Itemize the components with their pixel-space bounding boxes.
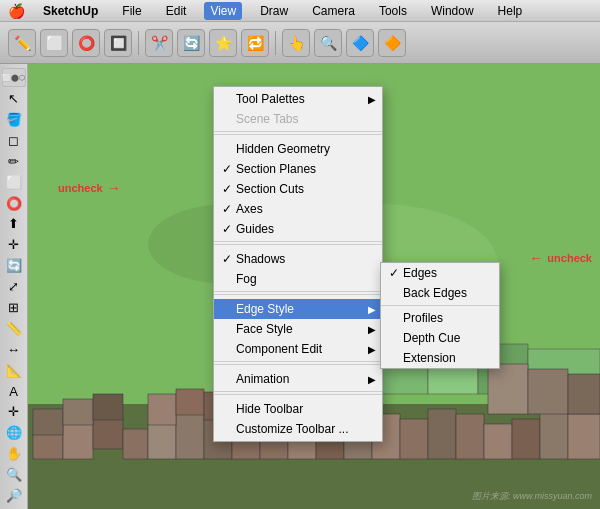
toolbar-icon-10[interactable]: 🔍: [314, 29, 342, 57]
camera-menu[interactable]: Camera: [306, 2, 361, 20]
toolbar-icon-2[interactable]: ⬜: [40, 29, 68, 57]
svg-rect-25: [456, 414, 484, 459]
svg-rect-23: [400, 419, 428, 459]
view-tool-palettes[interactable]: Tool Palettes ▶: [214, 89, 382, 109]
svg-rect-26: [484, 424, 512, 459]
lt-zoom[interactable]: 🔍: [3, 465, 25, 484]
face-style-submenu-arrow: ▶: [368, 324, 376, 335]
svg-rect-27: [512, 419, 540, 459]
main-area: ⬜⬤⬡ ↖ 🪣 ◻ ✏ ⬜ ⭕ ⬆ ✛ 🔄 ⤢ ⊞ 📏 ↔ 📐 A ✛ 🌐 ✋ …: [0, 64, 600, 509]
file-menu[interactable]: File: [116, 2, 147, 20]
view-face-style[interactable]: Face Style ▶: [214, 319, 382, 339]
toolbar-icon-8[interactable]: 🔁: [241, 29, 269, 57]
toolbar: ✏️ ⬜ ⭕ 🔲 ✂️ 🔄 ⭐ 🔁 👆 🔍 🔷 🔶: [0, 22, 600, 64]
view-section-cuts[interactable]: ✓ Section Cuts: [214, 179, 382, 199]
menu-sep-3: [214, 294, 382, 295]
uncheck-right-label: uncheck: [547, 252, 592, 264]
lt-pan[interactable]: ✋: [3, 444, 25, 463]
menu-sep-2: [214, 244, 382, 245]
lt-text[interactable]: A: [3, 382, 25, 401]
lt-paint[interactable]: 🪣: [3, 110, 25, 129]
edit-menu[interactable]: Edit: [160, 2, 193, 20]
panel-controls: ⬜⬤⬡: [2, 68, 26, 87]
lt-circle[interactable]: ⭕: [3, 194, 25, 213]
lt-pencil[interactable]: ✏: [3, 152, 25, 171]
animation-submenu-arrow: ▶: [368, 374, 376, 385]
edge-style-depth-cue[interactable]: Depth Cue: [381, 328, 499, 348]
view-section-planes[interactable]: ✓ Section Planes: [214, 159, 382, 179]
tools-menu[interactable]: Tools: [373, 2, 413, 20]
lt-orbit[interactable]: 🌐: [3, 423, 25, 442]
lt-rotate[interactable]: 🔄: [3, 256, 25, 275]
view-hide-toolbar[interactable]: Hide Toolbar: [214, 399, 382, 419]
lt-rect[interactable]: ⬜: [3, 173, 25, 192]
toolbar-icon-7[interactable]: ⭐: [209, 29, 237, 57]
view-component-edit[interactable]: Component Edit ▶: [214, 339, 382, 359]
edge-style-dropdown: ✓ Edges Back Edges Profiles Depth Cue Ex…: [380, 262, 500, 369]
edge-style-extension[interactable]: Extension: [381, 348, 499, 368]
svg-rect-8: [33, 409, 63, 435]
svg-rect-38: [488, 364, 528, 414]
lt-protractor[interactable]: 📐: [3, 361, 25, 380]
lt-axis[interactable]: ✛: [3, 403, 25, 422]
lt-tape[interactable]: 📏: [3, 319, 25, 338]
toolbar-icon-12[interactable]: 🔶: [378, 29, 406, 57]
view-fog[interactable]: Fog: [214, 269, 382, 289]
uncheck-left-label: uncheck: [58, 182, 103, 194]
toolbar-icon-1[interactable]: ✏️: [8, 29, 36, 57]
lt-scale[interactable]: ⤢: [3, 277, 25, 296]
comp-edit-submenu-arrow: ▶: [368, 344, 376, 355]
svg-rect-29: [568, 414, 600, 459]
view-customize-toolbar[interactable]: Customize Toolbar ...: [214, 419, 382, 439]
toolbar-icon-9[interactable]: 👆: [282, 29, 310, 57]
toolbar-icon-6[interactable]: 🔄: [177, 29, 205, 57]
edge-menu-sep: [381, 305, 499, 306]
svg-rect-11: [148, 424, 176, 459]
toolbar-icon-3[interactable]: ⭕: [72, 29, 100, 57]
toolbar-separator-2: [275, 31, 276, 55]
view-menu-section-6: Hide Toolbar Customize Toolbar ...: [214, 397, 382, 441]
view-axes[interactable]: ✓ Axes: [214, 199, 382, 219]
edge-style-profiles[interactable]: Profiles: [381, 308, 499, 328]
view-menu-section-3: ✓ Shadows Fog: [214, 247, 382, 292]
lt-zoomext[interactable]: 🔎: [3, 486, 25, 505]
annotation-uncheck-left: uncheck →: [58, 180, 121, 196]
window-menu[interactable]: Window: [425, 2, 480, 20]
svg-rect-4: [33, 434, 63, 459]
view-edge-style[interactable]: Edge Style ▶: [214, 299, 382, 319]
view-menu-section-2: Hidden Geometry ✓ Section Planes ✓ Secti…: [214, 137, 382, 242]
edge-style-back-edges[interactable]: Back Edges: [381, 283, 499, 303]
view-menu-section-4: Edge Style ▶ Face Style ▶ Component Edit…: [214, 297, 382, 362]
view-dropdown: Tool Palettes ▶ Scene Tabs Hidden Geomet…: [213, 86, 383, 442]
svg-rect-15: [148, 394, 176, 425]
left-toolbar: ⬜⬤⬡ ↖ 🪣 ◻ ✏ ⬜ ⭕ ⬆ ✛ 🔄 ⤢ ⊞ 📏 ↔ 📐 A ✛ 🌐 ✋ …: [0, 64, 28, 509]
apple-menu[interactable]: 🍎: [8, 3, 25, 19]
view-menu-section-5: Animation ▶: [214, 367, 382, 392]
help-menu[interactable]: Help: [492, 2, 529, 20]
toolbar-icon-5[interactable]: ✂️: [145, 29, 173, 57]
lt-offset[interactable]: ⊞: [3, 298, 25, 317]
toolbar-icon-4[interactable]: 🔲: [104, 29, 132, 57]
view-animation[interactable]: Animation ▶: [214, 369, 382, 389]
svg-rect-28: [540, 409, 568, 459]
lt-dimension[interactable]: ↔: [3, 340, 25, 359]
arrow-left-icon: ←: [529, 250, 543, 266]
menu-sep-4: [214, 364, 382, 365]
toolbar-icon-11[interactable]: 🔷: [346, 29, 374, 57]
svg-rect-40: [568, 374, 600, 414]
canvas-area: uncheck → ← uncheck Tool Palettes ▶ Scen…: [28, 64, 600, 509]
view-guides[interactable]: ✓ Guides: [214, 219, 382, 239]
lt-select[interactable]: ↖: [3, 89, 25, 108]
draw-menu[interactable]: Draw: [254, 2, 294, 20]
app-name-menu[interactable]: SketchUp: [37, 2, 104, 20]
svg-rect-12: [176, 414, 204, 459]
annotation-uncheck-right: ← uncheck: [529, 250, 592, 266]
svg-rect-16: [176, 389, 204, 415]
view-menu[interactable]: View: [204, 2, 242, 20]
lt-move[interactable]: ✛: [3, 235, 25, 254]
lt-push[interactable]: ⬆: [3, 215, 25, 234]
view-shadows[interactable]: ✓ Shadows: [214, 249, 382, 269]
view-hidden-geometry[interactable]: Hidden Geometry: [214, 139, 382, 159]
edge-style-edges[interactable]: ✓ Edges: [381, 263, 499, 283]
lt-erase[interactable]: ◻: [3, 131, 25, 150]
